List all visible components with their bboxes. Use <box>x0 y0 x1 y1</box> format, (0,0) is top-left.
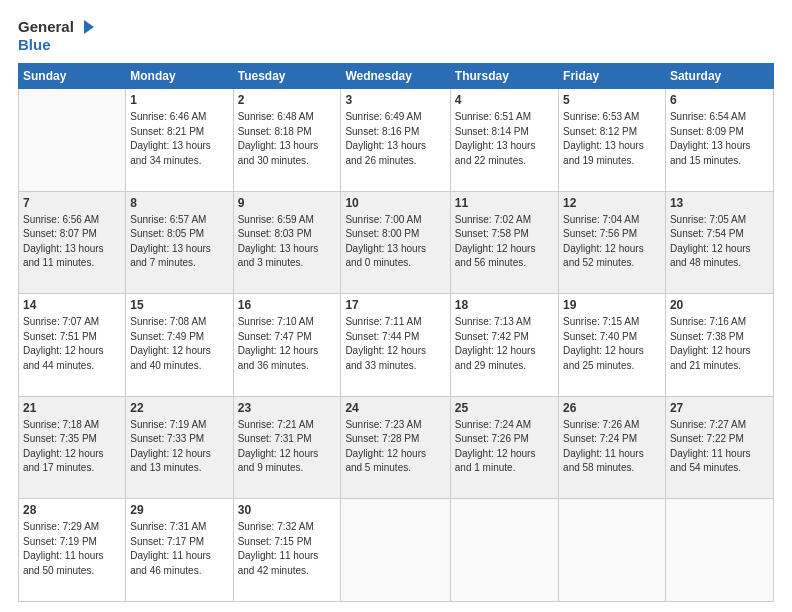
day-number: 22 <box>130 400 228 417</box>
cal-cell: 12Sunrise: 7:04 AM Sunset: 7:56 PM Dayli… <box>559 191 666 294</box>
cal-cell: 21Sunrise: 7:18 AM Sunset: 7:35 PM Dayli… <box>19 396 126 499</box>
day-detail: Sunrise: 7:13 AM Sunset: 7:42 PM Dayligh… <box>455 315 554 373</box>
cal-cell: 17Sunrise: 7:11 AM Sunset: 7:44 PM Dayli… <box>341 294 450 397</box>
day-detail: Sunrise: 7:23 AM Sunset: 7:28 PM Dayligh… <box>345 418 445 476</box>
day-detail: Sunrise: 6:48 AM Sunset: 8:18 PM Dayligh… <box>238 110 337 168</box>
cal-cell: 20Sunrise: 7:16 AM Sunset: 7:38 PM Dayli… <box>665 294 773 397</box>
day-detail: Sunrise: 6:56 AM Sunset: 8:07 PM Dayligh… <box>23 213 121 271</box>
day-detail: Sunrise: 7:07 AM Sunset: 7:51 PM Dayligh… <box>23 315 121 373</box>
cal-cell: 13Sunrise: 7:05 AM Sunset: 7:54 PM Dayli… <box>665 191 773 294</box>
cal-cell: 1Sunrise: 6:46 AM Sunset: 8:21 PM Daylig… <box>126 89 233 192</box>
week-row-3: 14Sunrise: 7:07 AM Sunset: 7:51 PM Dayli… <box>19 294 774 397</box>
cal-cell: 2Sunrise: 6:48 AM Sunset: 8:18 PM Daylig… <box>233 89 341 192</box>
day-number: 24 <box>345 400 445 417</box>
day-number: 25 <box>455 400 554 417</box>
day-number: 13 <box>670 195 769 212</box>
day-number: 6 <box>670 92 769 109</box>
day-detail: Sunrise: 7:16 AM Sunset: 7:38 PM Dayligh… <box>670 315 769 373</box>
day-number: 2 <box>238 92 337 109</box>
page: General Blue SundayMondayTuesdayWednesda… <box>0 0 792 612</box>
day-detail: Sunrise: 7:19 AM Sunset: 7:33 PM Dayligh… <box>130 418 228 476</box>
day-detail: Sunrise: 7:02 AM Sunset: 7:58 PM Dayligh… <box>455 213 554 271</box>
cal-cell: 25Sunrise: 7:24 AM Sunset: 7:26 PM Dayli… <box>450 396 558 499</box>
day-detail: Sunrise: 7:24 AM Sunset: 7:26 PM Dayligh… <box>455 418 554 476</box>
day-detail: Sunrise: 7:29 AM Sunset: 7:19 PM Dayligh… <box>23 520 121 578</box>
logo-container: General Blue <box>18 18 94 53</box>
cal-cell: 24Sunrise: 7:23 AM Sunset: 7:28 PM Dayli… <box>341 396 450 499</box>
day-detail: Sunrise: 7:05 AM Sunset: 7:54 PM Dayligh… <box>670 213 769 271</box>
weekday-header-saturday: Saturday <box>665 64 773 89</box>
svg-marker-0 <box>84 20 94 34</box>
day-detail: Sunrise: 7:04 AM Sunset: 7:56 PM Dayligh… <box>563 213 661 271</box>
day-detail: Sunrise: 6:54 AM Sunset: 8:09 PM Dayligh… <box>670 110 769 168</box>
day-detail: Sunrise: 7:11 AM Sunset: 7:44 PM Dayligh… <box>345 315 445 373</box>
day-detail: Sunrise: 6:57 AM Sunset: 8:05 PM Dayligh… <box>130 213 228 271</box>
day-detail: Sunrise: 7:31 AM Sunset: 7:17 PM Dayligh… <box>130 520 228 578</box>
day-detail: Sunrise: 6:46 AM Sunset: 8:21 PM Dayligh… <box>130 110 228 168</box>
weekday-header-tuesday: Tuesday <box>233 64 341 89</box>
cal-cell: 29Sunrise: 7:31 AM Sunset: 7:17 PM Dayli… <box>126 499 233 602</box>
calendar-table: SundayMondayTuesdayWednesdayThursdayFrid… <box>18 63 774 602</box>
cal-cell: 27Sunrise: 7:27 AM Sunset: 7:22 PM Dayli… <box>665 396 773 499</box>
day-number: 27 <box>670 400 769 417</box>
cal-cell: 7Sunrise: 6:56 AM Sunset: 8:07 PM Daylig… <box>19 191 126 294</box>
day-number: 19 <box>563 297 661 314</box>
day-detail: Sunrise: 6:51 AM Sunset: 8:14 PM Dayligh… <box>455 110 554 168</box>
cal-cell: 3Sunrise: 6:49 AM Sunset: 8:16 PM Daylig… <box>341 89 450 192</box>
cal-cell: 23Sunrise: 7:21 AM Sunset: 7:31 PM Dayli… <box>233 396 341 499</box>
day-number: 14 <box>23 297 121 314</box>
week-row-1: 1Sunrise: 6:46 AM Sunset: 8:21 PM Daylig… <box>19 89 774 192</box>
day-number: 17 <box>345 297 445 314</box>
day-number: 12 <box>563 195 661 212</box>
day-number: 30 <box>238 502 337 519</box>
day-detail: Sunrise: 7:00 AM Sunset: 8:00 PM Dayligh… <box>345 213 445 271</box>
day-number: 8 <box>130 195 228 212</box>
day-number: 4 <box>455 92 554 109</box>
day-number: 28 <box>23 502 121 519</box>
cal-cell <box>559 499 666 602</box>
day-number: 5 <box>563 92 661 109</box>
day-detail: Sunrise: 7:26 AM Sunset: 7:24 PM Dayligh… <box>563 418 661 476</box>
cal-cell: 19Sunrise: 7:15 AM Sunset: 7:40 PM Dayli… <box>559 294 666 397</box>
weekday-header-wednesday: Wednesday <box>341 64 450 89</box>
day-detail: Sunrise: 7:08 AM Sunset: 7:49 PM Dayligh… <box>130 315 228 373</box>
day-number: 21 <box>23 400 121 417</box>
day-number: 7 <box>23 195 121 212</box>
day-detail: Sunrise: 7:15 AM Sunset: 7:40 PM Dayligh… <box>563 315 661 373</box>
cal-cell: 6Sunrise: 6:54 AM Sunset: 8:09 PM Daylig… <box>665 89 773 192</box>
weekday-header-monday: Monday <box>126 64 233 89</box>
day-number: 26 <box>563 400 661 417</box>
cal-cell: 16Sunrise: 7:10 AM Sunset: 7:47 PM Dayli… <box>233 294 341 397</box>
cal-cell: 18Sunrise: 7:13 AM Sunset: 7:42 PM Dayli… <box>450 294 558 397</box>
day-number: 1 <box>130 92 228 109</box>
day-detail: Sunrise: 7:21 AM Sunset: 7:31 PM Dayligh… <box>238 418 337 476</box>
day-number: 20 <box>670 297 769 314</box>
day-number: 29 <box>130 502 228 519</box>
weekday-header-thursday: Thursday <box>450 64 558 89</box>
day-detail: Sunrise: 6:53 AM Sunset: 8:12 PM Dayligh… <box>563 110 661 168</box>
header: General Blue <box>18 18 774 53</box>
cal-cell: 26Sunrise: 7:26 AM Sunset: 7:24 PM Dayli… <box>559 396 666 499</box>
day-number: 11 <box>455 195 554 212</box>
day-number: 16 <box>238 297 337 314</box>
weekday-header-sunday: Sunday <box>19 64 126 89</box>
cal-cell: 11Sunrise: 7:02 AM Sunset: 7:58 PM Dayli… <box>450 191 558 294</box>
week-row-2: 7Sunrise: 6:56 AM Sunset: 8:07 PM Daylig… <box>19 191 774 294</box>
cal-cell: 10Sunrise: 7:00 AM Sunset: 8:00 PM Dayli… <box>341 191 450 294</box>
logo: General Blue <box>18 18 94 53</box>
cal-cell: 4Sunrise: 6:51 AM Sunset: 8:14 PM Daylig… <box>450 89 558 192</box>
day-number: 9 <box>238 195 337 212</box>
cal-cell: 15Sunrise: 7:08 AM Sunset: 7:49 PM Dayli… <box>126 294 233 397</box>
cal-cell: 30Sunrise: 7:32 AM Sunset: 7:15 PM Dayli… <box>233 499 341 602</box>
cal-cell <box>665 499 773 602</box>
day-detail: Sunrise: 6:49 AM Sunset: 8:16 PM Dayligh… <box>345 110 445 168</box>
day-number: 18 <box>455 297 554 314</box>
cal-cell: 9Sunrise: 6:59 AM Sunset: 8:03 PM Daylig… <box>233 191 341 294</box>
cal-cell: 5Sunrise: 6:53 AM Sunset: 8:12 PM Daylig… <box>559 89 666 192</box>
logo-blue-text: Blue <box>18 36 51 53</box>
weekday-header-friday: Friday <box>559 64 666 89</box>
day-detail: Sunrise: 7:10 AM Sunset: 7:47 PM Dayligh… <box>238 315 337 373</box>
cal-cell <box>19 89 126 192</box>
day-detail: Sunrise: 7:32 AM Sunset: 7:15 PM Dayligh… <box>238 520 337 578</box>
cal-cell: 28Sunrise: 7:29 AM Sunset: 7:19 PM Dayli… <box>19 499 126 602</box>
